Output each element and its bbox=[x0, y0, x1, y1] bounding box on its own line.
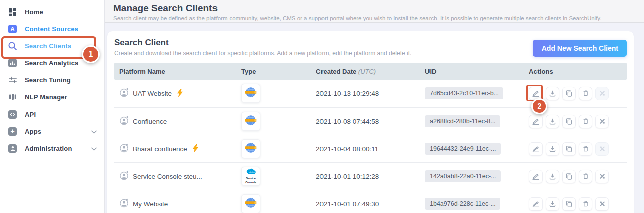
page-header: Manage Search Clients Search client may … bbox=[105, 0, 644, 23]
delete-button[interactable] bbox=[579, 197, 592, 211]
col-actions: Actions bbox=[524, 68, 627, 75]
delete-button[interactable] bbox=[579, 142, 592, 156]
tools-button[interactable] bbox=[595, 115, 609, 128]
sidebar-item-api[interactable]: API bbox=[0, 105, 104, 123]
chevron-down-icon bbox=[91, 144, 97, 153]
svg-text:salesforce: salesforce bbox=[249, 171, 255, 173]
sidebar-item-home[interactable]: Home bbox=[0, 3, 104, 20]
salesforce-service-console-icon: salesforce Service Console bbox=[244, 168, 257, 184]
edit-button[interactable] bbox=[529, 142, 543, 156]
row-actions: 2 bbox=[524, 87, 627, 100]
edit-button[interactable] bbox=[529, 170, 543, 183]
app-window: Home A Content Sources Search Clients Se… bbox=[0, 0, 644, 213]
sidebar-item-label: Home bbox=[25, 8, 97, 16]
api-icon bbox=[8, 110, 17, 119]
platform-name: My Website bbox=[133, 200, 168, 208]
created-date: 2021-10-04 08:00:11 bbox=[311, 145, 420, 153]
tools-button bbox=[595, 142, 609, 156]
sidebar-item-apps[interactable]: + Apps bbox=[0, 123, 104, 140]
copy-button[interactable] bbox=[562, 115, 576, 128]
platform-type-icon: salesforce Service Console bbox=[241, 167, 260, 186]
add-new-search-client-button[interactable]: Add New Search Client bbox=[533, 40, 627, 57]
apps-icon: + bbox=[8, 127, 17, 136]
salesforce-label-line2: Console bbox=[244, 181, 257, 184]
search-clients-table: Platform Name Type Created Date (UTC) UI… bbox=[114, 63, 627, 213]
card-subtitle: Create and download the search client fo… bbox=[114, 50, 411, 57]
sidebar-item-label: Search Tuning bbox=[25, 76, 97, 84]
home-icon bbox=[8, 7, 17, 17]
created-date: 2021-10-08 07:44:58 bbox=[311, 118, 420, 125]
salesforce-label-line1: Service bbox=[244, 177, 257, 180]
user-circle-icon bbox=[119, 116, 129, 127]
website-globe-icon bbox=[244, 141, 257, 156]
platform-type-icon: salesforce Service Console bbox=[241, 84, 260, 103]
page-subtitle: Search client may be defined as the plat… bbox=[113, 15, 636, 21]
trash-icon bbox=[582, 200, 589, 207]
download-icon bbox=[549, 200, 556, 208]
row-actions bbox=[524, 115, 627, 128]
search-icon bbox=[8, 41, 17, 51]
uid-value: 19644432-24e9-11ec-... bbox=[425, 143, 501, 155]
edit-button[interactable] bbox=[529, 115, 543, 128]
tools-icon bbox=[599, 118, 606, 125]
table-row: UAT Website bbox=[114, 80, 627, 108]
copy-button[interactable] bbox=[562, 87, 576, 100]
uid-value: 7d65cd43-2c10-11ec-b... bbox=[425, 87, 503, 99]
website-globe-icon bbox=[244, 114, 257, 129]
sidebar-item-content-sources[interactable]: A Content Sources bbox=[0, 20, 104, 37]
sidebar-item-administration[interactable]: Administration bbox=[0, 140, 104, 157]
uid-value: a268ffcd-280b-11ec-8... bbox=[425, 115, 500, 127]
delete-button[interactable] bbox=[579, 87, 592, 100]
website-globe-icon bbox=[244, 86, 257, 101]
main-content: Manage Search Clients Search client may … bbox=[105, 0, 644, 213]
table-header-row: Platform Name Type Created Date (UTC) UI… bbox=[114, 63, 627, 80]
tools-button[interactable] bbox=[595, 170, 609, 183]
tools-icon bbox=[599, 145, 606, 152]
delete-button[interactable] bbox=[579, 170, 592, 183]
user-circle-icon bbox=[119, 88, 129, 99]
sidebar-item-nlp-manager[interactable]: NLP Manager bbox=[0, 88, 104, 105]
download-button[interactable] bbox=[546, 170, 559, 183]
tuning-icon bbox=[8, 75, 17, 85]
edit-pencil-icon bbox=[532, 118, 540, 125]
col-created-date: Created Date (UTC) bbox=[311, 68, 420, 75]
table-row: Service Console steu... bbox=[114, 163, 627, 190]
boost-lightning-icon bbox=[177, 89, 183, 99]
tools-button bbox=[595, 87, 609, 100]
copy-button[interactable] bbox=[562, 170, 576, 183]
edit-button[interactable] bbox=[529, 197, 543, 211]
sidebar-item-label: Content Sources bbox=[25, 25, 97, 33]
trash-icon bbox=[582, 118, 589, 125]
copy-button[interactable] bbox=[562, 142, 576, 156]
table-row: My Website bbox=[114, 190, 627, 213]
edit-pencil-icon bbox=[532, 145, 540, 153]
sidebar-item-search-tuning[interactable]: Search Tuning bbox=[0, 71, 104, 88]
user-circle-icon bbox=[119, 143, 129, 155]
download-icon bbox=[549, 118, 556, 125]
tools-icon bbox=[599, 173, 606, 180]
content-sources-icon: A bbox=[8, 24, 17, 34]
download-button[interactable] bbox=[546, 87, 559, 100]
platform-type-icon: salesforce Service Console bbox=[241, 194, 260, 213]
platform-name: UAT Website bbox=[133, 90, 172, 97]
website-globe-icon bbox=[244, 196, 257, 211]
download-button[interactable] bbox=[546, 142, 559, 156]
created-date: 2021-10-01 07:49:30 bbox=[311, 200, 420, 208]
platform-name: Confluence bbox=[133, 118, 167, 125]
delete-button[interactable] bbox=[579, 115, 592, 128]
col-type: Type bbox=[236, 68, 311, 75]
tools-icon bbox=[599, 90, 606, 97]
download-icon bbox=[549, 145, 556, 153]
copy-icon bbox=[565, 145, 573, 153]
row-actions bbox=[524, 197, 627, 211]
platform-name: Service Console steu... bbox=[133, 173, 202, 180]
download-button[interactable] bbox=[546, 115, 559, 128]
copy-button[interactable] bbox=[562, 197, 576, 211]
col-created-utc: (UTC) bbox=[358, 68, 376, 75]
col-platform-name: Platform Name bbox=[114, 68, 236, 75]
download-button[interactable] bbox=[546, 197, 559, 211]
copy-icon bbox=[565, 118, 573, 125]
analytics-icon bbox=[8, 58, 17, 68]
edit-pencil-icon bbox=[532, 90, 540, 97]
tools-button[interactable] bbox=[595, 197, 609, 211]
